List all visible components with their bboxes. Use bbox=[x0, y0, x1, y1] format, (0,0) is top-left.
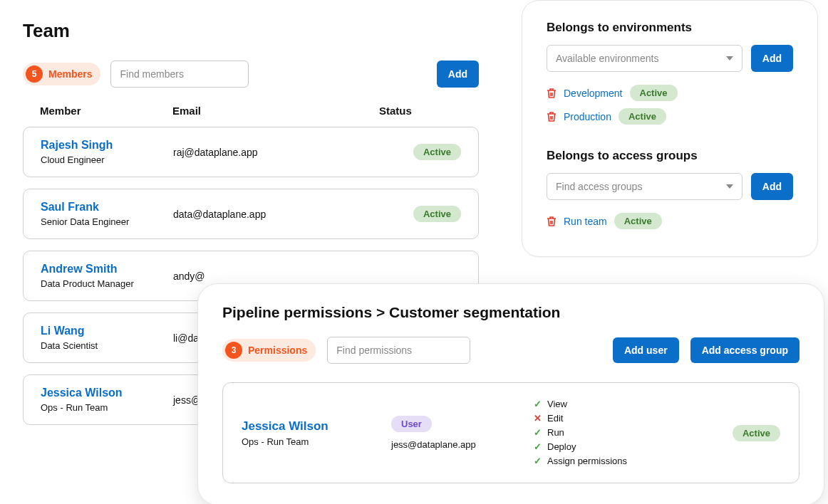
member-name: Andrew Smith bbox=[41, 263, 173, 275]
environment-item: Development Active bbox=[547, 85, 793, 101]
header-status: Status bbox=[379, 105, 462, 117]
check-icon: ✓ bbox=[534, 440, 542, 454]
access-groups-select-placeholder: Find access groups bbox=[556, 181, 642, 192]
environments-select[interactable]: Available environments bbox=[547, 45, 742, 72]
team-table-headers: Member Email Status bbox=[23, 105, 479, 117]
right-label: View bbox=[547, 397, 567, 411]
right-label: Run bbox=[547, 426, 564, 440]
chevron-down-icon bbox=[726, 184, 733, 189]
team-title: Team bbox=[23, 20, 479, 42]
permission-rights: ✓View ✕Edit ✓Run ✓Deploy ✓Assign permiss… bbox=[534, 397, 690, 468]
access-group-name[interactable]: Run team bbox=[564, 216, 607, 227]
header-member: Member bbox=[40, 105, 172, 117]
right-label: Deploy bbox=[547, 440, 576, 454]
associations-card: Belongs to environments Available enviro… bbox=[522, 0, 818, 257]
status-badge: Active bbox=[630, 85, 678, 101]
permissions-count-pill: 3 Permissions bbox=[222, 339, 316, 362]
access-group-item: Run team Active bbox=[547, 213, 793, 229]
add-member-button[interactable]: Add bbox=[437, 61, 479, 88]
member-email: raj@dataplane.app bbox=[173, 147, 380, 158]
member-row[interactable]: Rajesh Singh Cloud Engineer raj@dataplan… bbox=[23, 127, 479, 177]
environment-name[interactable]: Development bbox=[564, 88, 623, 99]
member-email: andy@ bbox=[173, 271, 380, 282]
trash-icon[interactable] bbox=[547, 111, 557, 122]
trash-icon[interactable] bbox=[547, 88, 557, 99]
permissions-toolbar: 3 Permissions Add user Add access group bbox=[222, 337, 799, 364]
permission-user-email: jess@dataplane.app bbox=[391, 439, 534, 450]
members-count-pill: 5 Members bbox=[23, 63, 100, 85]
member-role: Ops - Run Team bbox=[41, 402, 173, 413]
add-environment-button[interactable]: Add bbox=[751, 45, 793, 72]
member-name: Li Wang bbox=[41, 325, 173, 337]
status-badge: Active bbox=[413, 206, 461, 222]
add-access-group-button[interactable]: Add bbox=[751, 173, 793, 200]
add-user-button[interactable]: Add user bbox=[613, 337, 679, 363]
trash-icon[interactable] bbox=[547, 216, 557, 227]
members-count-label: Members bbox=[48, 68, 92, 80]
access-groups-title: Belongs to access groups bbox=[547, 149, 793, 163]
environments-select-placeholder: Available environments bbox=[556, 53, 659, 64]
find-members-input[interactable] bbox=[110, 61, 249, 88]
status-badge: Active bbox=[619, 108, 666, 125]
member-name: Saul Frank bbox=[41, 201, 173, 214]
member-role: Data Scientist bbox=[41, 340, 173, 351]
status-badge: Active bbox=[733, 425, 780, 441]
permission-user-name: Jessica Wilson bbox=[242, 419, 391, 434]
environments-title: Belongs to environments bbox=[547, 21, 793, 35]
environment-item: Production Active bbox=[547, 108, 793, 125]
right-label: Assign permissions bbox=[547, 454, 627, 468]
chevron-down-icon bbox=[726, 56, 733, 61]
status-badge: Active bbox=[614, 213, 662, 229]
principal-type-badge: User bbox=[391, 416, 432, 432]
permission-user-role: Ops - Run Team bbox=[242, 436, 391, 447]
find-permissions-input[interactable] bbox=[327, 337, 470, 364]
add-access-group-button[interactable]: Add access group bbox=[690, 337, 799, 363]
member-role: Data Product Manager bbox=[41, 278, 173, 289]
check-icon: ✓ bbox=[534, 426, 542, 440]
check-icon: ✓ bbox=[534, 454, 542, 468]
right-label: Edit bbox=[547, 411, 563, 426]
member-role: Senior Data Engineer bbox=[41, 216, 173, 227]
permissions-count-label: Permissions bbox=[248, 345, 307, 356]
member-role: Cloud Engineer bbox=[41, 154, 173, 165]
members-count-badge: 5 bbox=[26, 65, 43, 83]
environment-name[interactable]: Production bbox=[564, 111, 611, 122]
cross-icon: ✕ bbox=[534, 411, 542, 426]
access-groups-select[interactable]: Find access groups bbox=[547, 173, 742, 200]
header-email: Email bbox=[172, 105, 379, 117]
member-email: data@dataplane.app bbox=[173, 209, 380, 220]
pipeline-permissions-title: Pipeline permissions > Customer segmenta… bbox=[222, 304, 799, 321]
team-toolbar: 5 Members Add bbox=[23, 61, 479, 88]
member-row[interactable]: Saul Frank Senior Data Engineer data@dat… bbox=[23, 189, 479, 239]
member-name: Jessica Wilson bbox=[41, 387, 173, 399]
member-name: Rajesh Singh bbox=[41, 139, 173, 152]
pipeline-permissions-card: Pipeline permissions > Customer segmenta… bbox=[197, 283, 824, 504]
check-icon: ✓ bbox=[534, 397, 542, 411]
permission-row[interactable]: Jessica Wilson Ops - Run Team User jess@… bbox=[222, 382, 799, 483]
status-badge: Active bbox=[413, 144, 461, 160]
permissions-count-badge: 3 bbox=[225, 342, 242, 359]
